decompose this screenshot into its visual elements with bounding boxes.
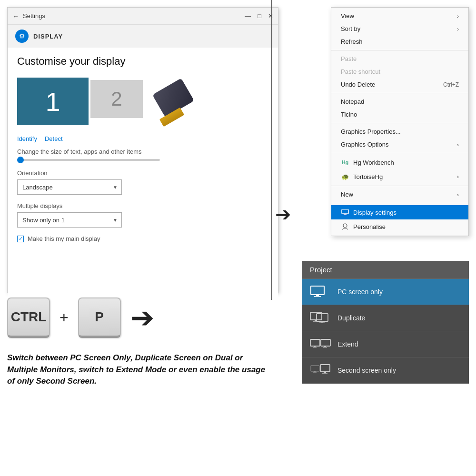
identify-links: Identify Detect [17, 135, 268, 142]
svg-rect-2 [343, 215, 347, 215]
context-menu-item[interactable]: View› [331, 10, 468, 22]
svg-rect-20 [314, 371, 316, 372]
ctrl-key: CTRL [7, 298, 50, 338]
svg-rect-15 [313, 347, 317, 347]
description-text: Switch between PC Screen Only, Duplicate… [7, 352, 274, 387]
project-item[interactable]: Duplicate [302, 305, 469, 331]
svg-rect-1 [344, 214, 347, 215]
svg-rect-21 [313, 372, 317, 373]
context-menu-item-label: View [341, 12, 457, 20]
slider-thumb [17, 157, 24, 163]
window-title: Settings [23, 12, 245, 20]
project-item-label: Duplicate [337, 314, 365, 322]
context-menu-item: Paste [331, 52, 468, 65]
dropdown-arrow-icon-2: ▼ [113, 218, 118, 223]
dropdown-arrow-icon: ▼ [113, 185, 118, 190]
submenu-arrow-icon: › [457, 26, 459, 32]
monitor-2: 2 [90, 80, 143, 118]
multiple-displays-dropdown[interactable]: Show only on 1 ▼ [17, 212, 122, 228]
context-menu-item[interactable]: Ticino [331, 108, 468, 121]
submenu-arrow-icon: › [457, 174, 459, 179]
context-menu-separator [331, 153, 468, 153]
context-menu-separator [331, 123, 468, 123]
settings-window: ← Settings — □ ✕ ⚙ DISPLAY Customise you… [7, 7, 278, 293]
identify-link[interactable]: Identify [17, 135, 37, 142]
page-heading: Customise your display [17, 55, 268, 68]
main-display-row: ✓ Make this my main display [17, 235, 268, 242]
context-menu-item-label: New [341, 191, 457, 198]
arrow-to-context-menu: ➔ [275, 205, 291, 224]
context-menu-item-label: Notepad [341, 98, 459, 105]
maximize-button[interactable]: □ [258, 12, 261, 20]
size-slider[interactable] [17, 159, 160, 161]
context-menu-item-label: Ticino [341, 111, 459, 118]
context-menu-item[interactable]: Personalise [331, 219, 468, 234]
svg-rect-19 [311, 366, 319, 371]
svg-rect-24 [322, 373, 327, 374]
hg-icon: Hg [341, 158, 349, 167]
svg-rect-18 [323, 347, 327, 347]
project-item[interactable]: PC screen only [302, 279, 469, 305]
context-menu-item-label: Sort by [341, 25, 457, 32]
svg-point-3 [343, 224, 347, 228]
context-menu-item-label: Graphics Properties... [341, 128, 459, 135]
context-menu-item[interactable]: Notepad [331, 95, 468, 108]
context-menu-item[interactable]: HgHg Workbench [331, 155, 468, 169]
context-menu-item-label: Display settings [353, 209, 459, 216]
close-button[interactable]: ✕ [268, 12, 273, 20]
orientation-dropdown[interactable]: Landscape ▼ [17, 179, 122, 195]
svg-rect-16 [321, 339, 330, 346]
svg-rect-0 [342, 209, 348, 214]
context-menu-item-label: Paste shortcut [341, 68, 459, 75]
project-monitor-icon [310, 364, 331, 377]
monitor-1: 1 [17, 78, 89, 125]
window-controls: — □ ✕ [245, 12, 273, 20]
plus-sign: + [60, 309, 69, 327]
settings-sidebar: ⚙ DISPLAY [8, 25, 278, 48]
context-menu-item[interactable]: Refresh [331, 35, 468, 48]
svg-rect-4 [311, 286, 324, 295]
p-key: P [78, 298, 121, 338]
context-menu-item-label: Refresh [341, 38, 459, 45]
project-monitor-icon [310, 312, 331, 324]
context-menu-separator [331, 186, 468, 186]
svg-rect-5 [316, 295, 319, 296]
personalise-icon [341, 222, 349, 231]
project-item[interactable]: Extend [302, 331, 469, 357]
svg-rect-23 [324, 372, 326, 373]
context-menu-separator [331, 50, 468, 50]
context-menu-item[interactable]: Undo DeleteCtrl+Z [331, 78, 468, 91]
main-display-checkbox[interactable]: ✓ [17, 236, 24, 242]
minimize-button[interactable]: — [245, 12, 251, 20]
detect-link[interactable]: Detect [45, 135, 63, 142]
submenu-arrow-icon: › [457, 142, 459, 148]
change-size-label: Change the size of text, apps and other … [17, 148, 268, 155]
orientation-value: Landscape [22, 184, 53, 191]
context-menu-item-label: TortoiseHg [353, 173, 457, 180]
context-menu-item[interactable]: Graphics Options› [331, 138, 468, 151]
main-display-label: Make this my main display [28, 235, 100, 242]
svg-rect-17 [324, 346, 326, 347]
back-button[interactable]: ← [12, 12, 19, 20]
svg-rect-13 [310, 339, 320, 346]
svg-rect-12 [319, 323, 325, 323]
context-menu-item[interactable]: New› [331, 188, 468, 201]
context-menu-item[interactable]: Graphics Properties... [331, 125, 468, 138]
keyboard-shortcut-area: CTRL + P ➔ [7, 298, 278, 338]
section-title: DISPLAY [33, 33, 63, 40]
submenu-arrow-icon: › [457, 13, 459, 19]
context-menu-item-label: Personalise [353, 223, 459, 230]
context-menu-item[interactable]: 🐢TortoiseHg› [331, 169, 468, 184]
svg-rect-14 [314, 346, 316, 347]
project-item[interactable]: Second screen only [302, 357, 469, 384]
project-panel: Project PC screen only Duplicate [302, 261, 469, 384]
context-menu-item-label: Undo Delete [341, 81, 443, 88]
context-menu-item[interactable]: Display settings [331, 205, 468, 219]
context-menu-separator [331, 203, 468, 203]
context-menu-separator [331, 93, 468, 93]
context-menu-item: Paste shortcut [331, 65, 468, 78]
context-menu-item[interactable]: Sort by› [331, 22, 468, 35]
settings-content: Customise your display 1 2 Identify Dete… [8, 48, 278, 298]
multiple-displays-value: Show only on 1 [22, 217, 65, 224]
project-item-label: Extend [337, 340, 358, 348]
